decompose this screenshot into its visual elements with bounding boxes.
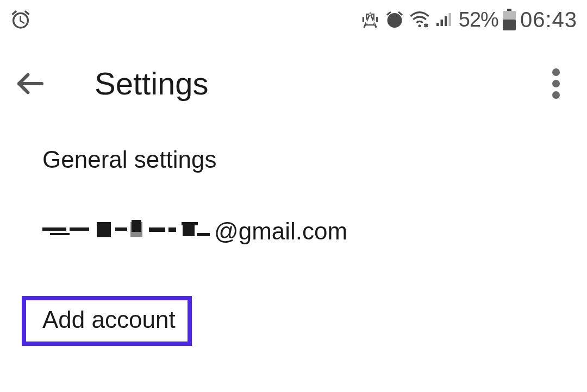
general-settings-label: General settings <box>42 146 216 173</box>
status-bar: 52% 06:43 <box>0 0 587 39</box>
svg-rect-2 <box>440 20 443 26</box>
svg-rect-3 <box>445 16 447 26</box>
alarm-status-icon <box>385 10 404 29</box>
settings-list: General settings @gmail.com Add account <box>0 128 587 346</box>
account-email-row[interactable]: @gmail.com <box>42 192 587 271</box>
clock-text: 06:43 <box>520 8 577 32</box>
app-bar: Settings <box>0 39 587 128</box>
alarm-icon <box>10 9 32 30</box>
page-title: Settings <box>95 65 209 102</box>
svg-point-10 <box>552 80 560 87</box>
svg-rect-7 <box>507 9 511 11</box>
general-settings-row[interactable]: General settings <box>42 128 587 192</box>
svg-rect-1 <box>436 23 439 26</box>
email-suffix: @gmail.com <box>214 218 347 245</box>
back-arrow-icon[interactable] <box>15 68 46 99</box>
add-account-label: Add account <box>42 306 176 333</box>
wifi-icon <box>409 9 430 30</box>
overflow-menu-icon[interactable] <box>552 68 560 99</box>
signal-icon <box>435 10 454 29</box>
add-account-button[interactable]: Add account <box>22 296 192 346</box>
svg-point-0 <box>418 24 421 27</box>
redacted-email-prefix <box>42 220 212 243</box>
battery-percent: 52% <box>459 8 498 31</box>
svg-point-9 <box>552 68 560 76</box>
svg-point-11 <box>552 91 560 99</box>
vibrate-mute-icon <box>360 9 380 30</box>
svg-rect-6 <box>503 20 516 30</box>
battery-icon <box>503 9 516 30</box>
svg-rect-4 <box>448 13 451 26</box>
